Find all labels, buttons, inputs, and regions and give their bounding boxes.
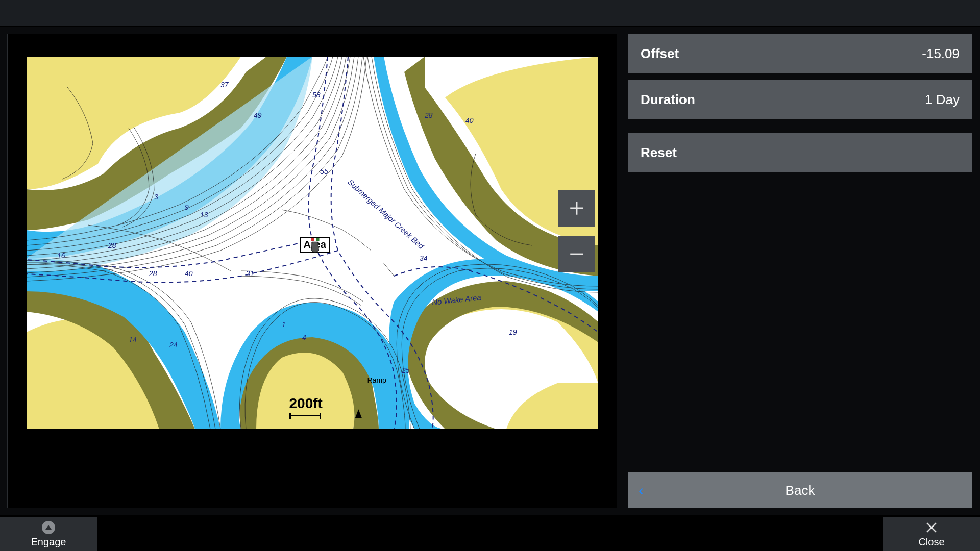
svg-text:4: 4 xyxy=(302,333,306,341)
svg-text:19: 19 xyxy=(509,328,517,336)
ramp-label: Ramp xyxy=(368,376,386,384)
svg-text:14: 14 xyxy=(129,336,137,344)
svg-text:28: 28 xyxy=(424,111,433,119)
plus-icon xyxy=(568,199,585,217)
svg-text:13: 13 xyxy=(200,211,208,219)
boat-icon xyxy=(300,238,330,254)
svg-text:37: 37 xyxy=(220,81,229,89)
zoom-in-button[interactable] xyxy=(558,190,595,227)
nautical-chart[interactable]: 37 49 58 28 40 3 9 13 55 28 31 34 16 28 … xyxy=(27,57,598,429)
close-label: Close xyxy=(918,536,944,548)
chevron-left-icon: ‹ xyxy=(639,483,644,498)
minus-icon xyxy=(568,245,585,263)
svg-text:40: 40 xyxy=(185,269,193,278)
settings-panel: Offset -15.09 Duration 1 Day Reset ‹ Bac… xyxy=(617,27,980,515)
svg-text:55: 55 xyxy=(320,167,328,176)
svg-rect-21 xyxy=(310,238,313,241)
scale-indicator: 200ft xyxy=(289,395,323,419)
svg-text:3: 3 xyxy=(154,193,158,201)
reset-label: Reset xyxy=(641,145,677,161)
offset-value: -15.09 xyxy=(922,46,960,62)
back-label: Back xyxy=(786,483,815,498)
engage-icon xyxy=(42,521,55,534)
duration-row[interactable]: Duration 1 Day xyxy=(628,80,972,119)
offset-label: Offset xyxy=(641,46,679,62)
svg-text:49: 49 xyxy=(254,111,262,119)
duration-label: Duration xyxy=(641,92,695,108)
main-area: 37 49 58 28 40 3 9 13 55 28 31 34 16 28 … xyxy=(0,27,980,515)
svg-text:1: 1 xyxy=(282,320,286,329)
svg-text:28: 28 xyxy=(108,241,116,249)
svg-text:58: 58 xyxy=(312,91,321,99)
offset-row[interactable]: Offset -15.09 xyxy=(628,34,972,73)
svg-rect-22 xyxy=(316,238,319,241)
back-button[interactable]: ‹ Back xyxy=(628,472,972,508)
chart-panel: 37 49 58 28 40 3 9 13 55 28 31 34 16 28 … xyxy=(7,34,617,508)
scale-bar xyxy=(289,413,321,419)
zoom-controls xyxy=(558,190,595,272)
north-arrow-icon: ▲ xyxy=(353,405,364,422)
scale-value: 200ft xyxy=(289,395,323,412)
svg-text:16: 16 xyxy=(57,252,65,260)
svg-text:31: 31 xyxy=(246,269,254,278)
zoom-out-button[interactable] xyxy=(558,236,595,272)
reset-button[interactable]: Reset xyxy=(628,133,972,172)
close-icon xyxy=(925,521,938,534)
bottom-bar: Engage Close xyxy=(0,516,980,551)
engage-label: Engage xyxy=(31,536,66,548)
close-button[interactable]: Close xyxy=(883,517,980,551)
engage-button[interactable]: Engage xyxy=(0,517,97,551)
svg-text:9: 9 xyxy=(185,203,189,211)
svg-text:40: 40 xyxy=(465,116,474,124)
area-marker[interactable]: Area xyxy=(300,237,330,253)
svg-text:24: 24 xyxy=(169,341,178,349)
svg-text:25: 25 xyxy=(401,366,410,374)
duration-value: 1 Day xyxy=(925,92,960,108)
svg-text:34: 34 xyxy=(420,254,428,262)
svg-text:28: 28 xyxy=(149,269,157,278)
top-bar xyxy=(0,0,980,26)
